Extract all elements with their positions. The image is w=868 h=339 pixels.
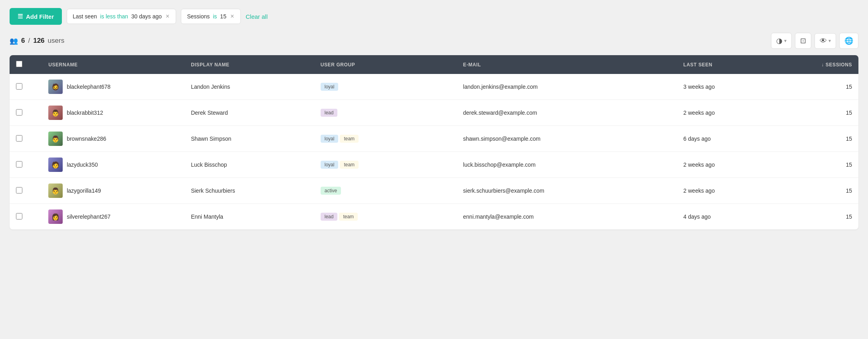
sessions-cell: 15 [781,74,858,100]
username-cell: 👨lazygorilla149 [42,178,184,204]
username-text[interactable]: lazygorilla149 [67,187,101,194]
avatar: 👨 [48,183,63,198]
filter1-prefix: Last seen [73,13,97,20]
username-text[interactable]: lazyduck350 [67,162,98,168]
row-checkbox-cell [10,100,42,126]
chart-button[interactable]: ◑ ▾ [771,33,792,49]
table-header-row: 👥 6 / 126 users ◑ ▾ ⊡ 👁 ▾ 🌐 [10,33,858,49]
filter1-suffix: 30 days ago [131,13,162,20]
row-checkbox-cell [10,178,42,204]
header-display-name[interactable]: Display Name [184,55,314,74]
last-seen-cell: 2 weeks ago [677,152,781,178]
avatar: 👨 [48,132,63,146]
header-sessions[interactable]: ↓ Sessions [781,55,858,74]
count-separator: / [28,37,30,45]
globe-button[interactable]: 🌐 [839,33,858,49]
filter-icon: ☰ [18,13,23,20]
last-seen-cell: 4 days ago [677,204,781,230]
filter2-close-button[interactable]: × [230,13,235,20]
last-seen-cell: 2 weeks ago [677,178,781,204]
display-name-cell: Shawn Simpson [184,126,314,152]
user-group-cell: loyalteam [314,126,457,152]
header-last-seen[interactable]: Last Seen [677,55,781,74]
user-group-cell: lead [314,100,457,126]
table-row: 👨brownsnake286Shawn Simpsonloyalteamshaw… [10,126,858,152]
chevron-down-icon: ▾ [784,38,787,44]
table-row: 🧑lazyduck350Luck Bisschoployalteamluck.b… [10,152,858,178]
sort-arrow-icon: ↓ [821,62,824,68]
sessions-cell: 15 [781,178,858,204]
eye-icon: 👁 [820,37,827,45]
username-text[interactable]: brownsnake286 [67,136,106,142]
filter1-close-button[interactable]: × [165,13,170,20]
display-name-cell: Landon Jenkins [184,74,314,100]
user-group-cell: active [314,178,457,204]
export-icon: ⊡ [800,36,806,45]
username-text[interactable]: blackrabbit312 [67,110,103,116]
sessions-cell: 15 [781,126,858,152]
last-seen-cell: 6 days ago [677,126,781,152]
header-user-group[interactable]: User Group [314,55,457,74]
total-count: 126 [33,37,44,45]
sessions-cell: 15 [781,204,858,230]
email-cell: landon.jenkins@example.com [457,74,677,100]
tag-team: team [340,161,359,169]
username-text[interactable]: silverelephant267 [67,213,111,220]
tag-loyal: loyal [321,135,339,143]
display-name-cell: Sierk Schuurbiers [184,178,314,204]
view-button[interactable]: 👁 ▾ [814,33,836,49]
row-checkbox[interactable] [16,83,22,90]
table-row: 👨blackrabbit312Derek Stewardleadderek.st… [10,100,858,126]
last-seen-cell: 3 weeks ago [677,74,781,100]
globe-icon: 🌐 [844,36,853,45]
avatar: 👨 [48,106,63,120]
display-name-cell: Derek Steward [184,100,314,126]
tag-lead: lead [321,109,338,117]
tag-team: team [339,213,358,221]
row-checkbox[interactable] [16,187,22,193]
tag-lead: lead [321,213,338,221]
header-email[interactable]: E-Mail [457,55,677,74]
row-checkbox[interactable] [16,109,22,116]
username-cell: 👨brownsnake286 [42,126,184,152]
toolbar-icons: ◑ ▾ ⊡ 👁 ▾ 🌐 [771,33,858,49]
username-text[interactable]: blackelephant678 [67,84,111,90]
add-filter-button[interactable]: ☰ Add Filter [10,8,62,25]
email-cell: derek.steward@example.com [457,100,677,126]
email-cell: luck.bisschop@example.com [457,152,677,178]
row-checkbox-cell [10,74,42,100]
row-checkbox[interactable] [16,213,22,219]
filter2-highlight: is [213,13,217,20]
row-checkbox-cell [10,126,42,152]
filtered-count: 6 [21,37,25,45]
user-group-cell: leadteam [314,204,457,230]
row-checkbox[interactable] [16,161,22,168]
export-button[interactable]: ⊡ [795,33,811,49]
username-cell: 🧔blackelephant678 [42,74,184,100]
users-table: Username Display Name User Group E-Mail … [10,55,858,229]
users-label: users [48,37,65,45]
header-checkbox-cell [10,55,42,74]
table-row: 🧔blackelephant678Landon Jenkinsloyalland… [10,74,858,100]
tag-loyal: loyal [321,161,339,169]
row-checkbox[interactable] [16,135,22,142]
tag-team: team [340,135,359,143]
filter-chip-last-seen: Last seen is less than 30 days ago × [67,9,176,24]
display-name-cell: Enni Mantyla [184,204,314,230]
table-row: 👨lazygorilla149Sierk Schuurbiersactivesi… [10,178,858,204]
tag-active: active [321,187,341,195]
username-cell: 👩silverelephant267 [42,204,184,230]
filter-chip-sessions: Sessions is 15 × [181,9,241,24]
select-all-checkbox[interactable] [16,61,22,67]
filter1-highlight: is less than [100,13,128,20]
header-username[interactable]: Username [42,55,184,74]
sessions-cell: 15 [781,152,858,178]
email-cell: sierk.schuurbiers@example.com [457,178,677,204]
email-cell: enni.mantyla@example.com [457,204,677,230]
avatar: 👩 [48,209,63,224]
add-filter-label: Add Filter [26,13,54,20]
clear-all-button[interactable]: Clear all [246,13,268,20]
users-icon: 👥 [10,37,18,45]
email-cell: shawn.simpson@example.com [457,126,677,152]
chevron-down-icon-2: ▾ [828,38,831,44]
